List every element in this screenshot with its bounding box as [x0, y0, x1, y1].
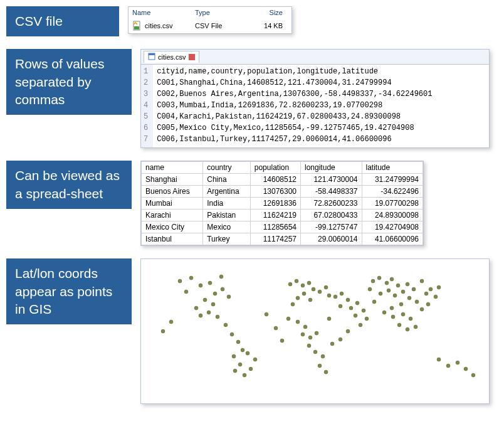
table-row[interactable]: IstanbulTurkey1117425729.006001441.06600… [142, 233, 423, 245]
svg-point-98 [330, 342, 334, 346]
svg-point-63 [396, 284, 400, 287]
col-header-size[interactable]: Size [245, 9, 283, 16]
map-svg [141, 259, 489, 403]
svg-point-6 [199, 284, 202, 287]
cell: 67.02800433 [301, 210, 362, 221]
header-longitude[interactable]: longitude [301, 162, 362, 174]
file-size: 14 KB [245, 22, 283, 29]
svg-point-95 [265, 312, 268, 316]
svg-point-52 [339, 304, 342, 308]
file-explorer-panel: Name Type Size cities.csv CSV File 14 KB [128, 6, 292, 34]
svg-point-75 [391, 315, 395, 319]
col-header-name[interactable]: Name [132, 9, 195, 16]
cell: China [203, 174, 251, 186]
svg-point-23 [249, 367, 253, 371]
svg-point-13 [194, 306, 198, 310]
cell: -58.4498337 [301, 186, 362, 198]
svg-point-19 [241, 348, 244, 352]
svg-point-30 [312, 287, 315, 291]
code-area[interactable]: cityid,name,country,population,longitude… [153, 65, 436, 147]
svg-point-49 [333, 295, 337, 299]
line-num: 3 [144, 88, 148, 100]
svg-point-68 [406, 282, 409, 286]
svg-point-5 [189, 276, 193, 280]
svg-point-35 [324, 285, 328, 289]
svg-point-51 [346, 298, 350, 302]
svg-point-43 [315, 331, 318, 335]
table-row[interactable]: MumbaiIndia1269183672.8260023319.0770029… [142, 198, 423, 210]
svg-point-73 [390, 306, 394, 310]
file-icon [148, 53, 155, 61]
svg-point-15 [207, 311, 211, 314]
table-row[interactable]: KarachiPakistan1162421967.0280043324.893… [142, 210, 423, 221]
svg-point-21 [246, 351, 249, 355]
csv-file-icon [132, 21, 142, 31]
svg-point-37 [291, 302, 295, 306]
svg-point-8 [213, 292, 217, 295]
svg-point-102 [420, 279, 424, 283]
svg-point-80 [414, 325, 417, 329]
file-row[interactable]: cities.csv CSV File 14 KB [129, 18, 291, 33]
editor-tab[interactable]: cities.csv [144, 51, 199, 63]
svg-point-46 [321, 354, 325, 358]
spreadsheet-table[interactable]: name country population longitude latitu… [141, 161, 423, 245]
svg-point-10 [227, 295, 231, 299]
code-line: C003,Mumbai,India,12691836,72.82600233,1… [157, 100, 432, 111]
svg-point-16 [216, 315, 219, 319]
svg-point-87 [446, 364, 450, 368]
svg-point-9 [221, 287, 224, 291]
svg-point-82 [429, 287, 433, 291]
point-layer [161, 275, 475, 377]
svg-point-70 [407, 296, 411, 300]
cell: Argentina [203, 186, 251, 198]
svg-point-97 [280, 339, 284, 343]
svg-point-44 [307, 344, 311, 348]
svg-point-25 [233, 369, 237, 373]
line-num: 7 [144, 134, 148, 145]
svg-point-17 [230, 333, 234, 336]
svg-point-71 [415, 300, 419, 304]
cell: 12691836 [250, 198, 300, 210]
cell: -34.622496 [362, 186, 423, 198]
table-row[interactable]: Mexico CityMexico11285654-99.127574719.4… [142, 221, 423, 233]
col-header-type[interactable]: Type [195, 9, 245, 16]
spreadsheet-panel: name country population longitude latitu… [140, 161, 424, 246]
svg-point-40 [303, 325, 307, 329]
line-number-gutter: 1 2 3 4 5 6 7 [141, 65, 153, 147]
cell: India [203, 198, 251, 210]
header-country[interactable]: country [203, 162, 251, 174]
svg-point-86 [437, 358, 441, 361]
cell: 121.4730004 [301, 174, 362, 186]
header-population[interactable]: population [250, 162, 300, 174]
cell: Turkey [203, 233, 251, 245]
cell: Mexico [203, 221, 251, 233]
table-row[interactable]: Buenos AiresArgentina13076300-58.4498337… [142, 186, 423, 198]
svg-point-56 [354, 314, 357, 317]
cell: 19.07700298 [362, 198, 423, 210]
label-spreadsheet: Can be viewed as a spread-sheet [6, 161, 132, 209]
svg-point-107 [346, 329, 350, 333]
header-latitude[interactable]: latitude [362, 162, 423, 174]
svg-point-33 [308, 298, 312, 302]
svg-point-81 [424, 292, 428, 295]
label-csv-file: CSV file [6, 6, 119, 36]
cell: -99.1275747 [301, 221, 362, 233]
gis-map-panel[interactable] [140, 258, 490, 404]
table-row[interactable]: ShanghaiChina14608512121.473000431.24799… [142, 174, 423, 186]
code-line: C005,Mexico City,Mexico,11285654,-99.127… [157, 122, 432, 134]
svg-point-29 [307, 281, 311, 285]
svg-point-103 [437, 285, 441, 289]
line-num: 4 [144, 100, 148, 111]
svg-point-12 [211, 302, 215, 306]
svg-point-100 [372, 300, 376, 304]
cell: 13076300 [250, 186, 300, 198]
file-name: cities.csv [145, 22, 195, 29]
svg-point-78 [397, 323, 401, 327]
header-name[interactable]: name [142, 162, 203, 174]
cell: Mexico City [142, 221, 203, 233]
line-num: 2 [144, 77, 148, 88]
svg-point-99 [339, 338, 342, 341]
svg-point-104 [224, 323, 228, 327]
cell: 31.24799994 [362, 174, 423, 186]
close-icon[interactable] [189, 54, 195, 60]
